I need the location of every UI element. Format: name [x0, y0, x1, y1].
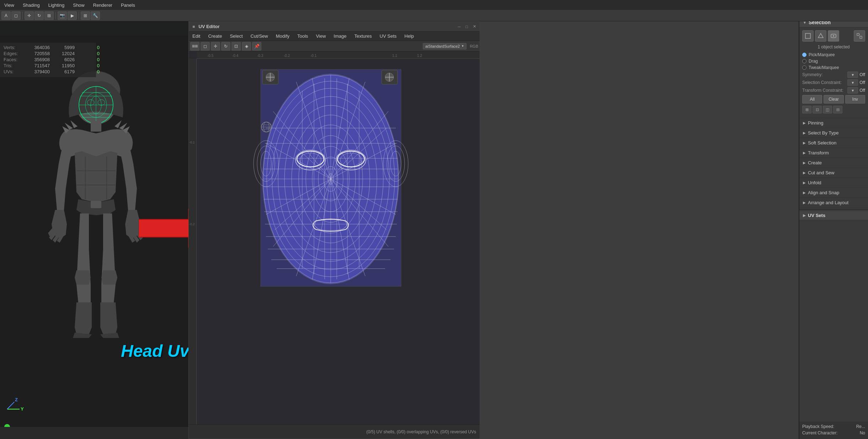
menu-show[interactable]: Show — [71, 2, 86, 9]
select-by-type-header[interactable]: ▶ Select By Type — [799, 128, 868, 138]
selection-action-buttons: All Clear Inv — [802, 95, 865, 104]
rgb-label: RGB — [470, 44, 478, 48]
tweak-marquee-radio[interactable]: Tweak/Marquee — [802, 65, 865, 70]
uv-toolkit-panel: UV Toolkit Options Help ▼ Selection — [799, 0, 868, 439]
all-button[interactable]: All — [802, 95, 822, 104]
svg-text:Z: Z — [15, 397, 18, 402]
toolbar-btn-scale[interactable]: ⊞ — [44, 11, 54, 20]
uv-editor-toolbar: ⊞⊞ ◻ ✛ ↻ ⊡ ◈ 📌 aiStandardSurface2 ▼ RGB — [189, 41, 480, 52]
drag-radio[interactable]: Drag — [802, 59, 865, 64]
unfold-header[interactable]: ▶ Unfold — [799, 178, 868, 187]
uv-menu-select[interactable]: Select — [228, 33, 244, 39]
uv-menu-cutsew[interactable]: Cut/Sew — [249, 33, 270, 39]
selection-constraint-value: ▼ Off — [847, 79, 865, 86]
pick-marquee-radio[interactable]: Pick/Marquee — [802, 52, 865, 57]
arrange-layout-section: ▶ Arrange and Layout — [799, 198, 868, 208]
uv-tool-pin[interactable]: 📌 — [252, 42, 261, 51]
toolbar-btn-grid[interactable]: ⊞ — [81, 11, 90, 20]
uv-layout-btn-2[interactable]: ⊡ — [813, 106, 822, 113]
drag-label: Drag — [809, 59, 818, 64]
uv-menu-tools[interactable]: Tools — [296, 33, 309, 39]
uv-layout-btn-3[interactable]: ◫ — [823, 106, 832, 113]
uv-editor-minimize[interactable]: ─ — [458, 25, 461, 29]
uv-layout-btn-1[interactable]: ⊞ — [802, 106, 811, 113]
pinning-header[interactable]: ▶ Pinning — [799, 118, 868, 128]
uv-menu-modify[interactable]: Modify — [275, 33, 291, 39]
right-panel-divider — [799, 209, 868, 210]
uv-layout-btn-4[interactable]: ⊟ — [833, 106, 842, 113]
toolbar-btn-a[interactable]: A — [1, 11, 11, 20]
transform-arrow-icon: ▶ — [803, 151, 806, 155]
soft-selection-label: Soft Selection — [808, 140, 836, 146]
select-shell-btn[interactable] — [802, 30, 814, 42]
faces-val3: 0 — [75, 57, 100, 62]
align-snap-section: ▶ Align and Snap — [799, 188, 868, 198]
uv-menu-view[interactable]: View — [314, 33, 327, 39]
selection-constraint-dropdown[interactable]: ▼ — [847, 79, 858, 86]
uv-tool-select[interactable]: ◻ — [201, 42, 210, 51]
inv-button[interactable]: Inv — [845, 95, 865, 104]
transform-constraint-value: ▼ Off — [847, 87, 865, 94]
select-object-btn[interactable] — [828, 30, 839, 42]
uv-viewport[interactable]: -0.5 -0.4 -0.3 -0.2 -0.1 1.1 1.2 -0.1 -0… — [189, 52, 480, 424]
faces-val1: 356908 — [25, 57, 50, 62]
uv-editor-title: UV Editor — [198, 24, 219, 29]
uv-menu-help[interactable]: Help — [403, 33, 415, 39]
arrange-layout-header[interactable]: ▶ Arrange and Layout — [799, 198, 868, 207]
tris-val1: 711547 — [25, 63, 50, 68]
create-header[interactable]: ▶ Create — [799, 158, 868, 168]
uv-menu-edit[interactable]: Edit — [191, 33, 202, 39]
symmetry-label: Symmetry: — [802, 72, 822, 77]
material-dropdown[interactable]: aiStandardSurface2 ▼ — [423, 43, 467, 49]
clear-button[interactable]: Clear — [824, 95, 843, 104]
toolbar-btn-move[interactable]: ✛ — [25, 11, 34, 20]
pick-marquee-label: Pick/Marquee — [809, 52, 835, 57]
align-snap-header[interactable]: ▶ Align and Snap — [799, 188, 868, 197]
menu-lighting[interactable]: Lighting — [47, 2, 66, 9]
uv-sets-header[interactable]: ▶ UV Sets — [799, 211, 868, 220]
uv-editor: ■ UV Editor ─ □ ✕ Edit Create Select Cut… — [188, 21, 480, 439]
playback-speed-val: Re... — [856, 424, 865, 429]
transform-constraint-dropdown[interactable]: ▼ — [847, 87, 858, 94]
select-uv-btn[interactable] — [815, 30, 826, 42]
cut-and-sew-label: Cut and Sew — [808, 170, 834, 175]
soft-selection-arrow-icon: ▶ — [803, 141, 806, 145]
toolbar-btn-rotate[interactable]: ↻ — [34, 11, 44, 20]
uv-editor-close[interactable]: ✕ — [473, 24, 476, 29]
uv-menu-textures[interactable]: Textures — [353, 33, 373, 39]
uv-editor-maximize[interactable]: □ — [465, 25, 468, 29]
uv-menu-uvsets[interactable]: UV Sets — [378, 33, 398, 39]
uv-tool-move[interactable]: ✛ — [211, 42, 220, 51]
small-icon-row-1: ⊞ ⊡ ◫ ⊟ — [802, 106, 865, 113]
uv-editor-menubar: Edit Create Select Cut/Sew Modify Tools … — [189, 32, 480, 41]
toolbar-btn-camera[interactable]: 📷 — [58, 11, 67, 20]
uv-tool-rotate[interactable]: ↻ — [221, 42, 230, 51]
menu-panels[interactable]: Panels — [119, 2, 137, 9]
menu-view[interactable]: View — [3, 2, 16, 9]
menu-shading[interactable]: Shading — [21, 2, 41, 9]
select-expand-btn[interactable] — [854, 30, 865, 42]
soft-selection-header[interactable]: ▶ Soft Selection — [799, 138, 868, 148]
edges-val2: 12024 — [50, 51, 75, 56]
uv-menu-create[interactable]: Create — [207, 33, 223, 39]
verts-val1: 364036 — [25, 45, 50, 50]
transform-header[interactable]: ▶ Transform — [799, 148, 868, 158]
uvs-val2: 6179 — [50, 69, 75, 74]
uv-tool-scale[interactable]: ⊡ — [231, 42, 241, 51]
faces-val2: 6026 — [50, 57, 75, 62]
transform-section: ▶ Transform — [799, 148, 868, 158]
toolbar-btn-snap[interactable]: 🔧 — [91, 11, 100, 20]
transform-constraint-row: Transform Constraint: ▼ Off — [802, 87, 865, 94]
viewport-3d[interactable]: Verts: 364036 5999 0 Edges: 720558 12024… — [0, 21, 188, 439]
material-name: aiStandardSurface2 — [425, 44, 460, 48]
menu-renderer[interactable]: Renderer — [92, 2, 114, 9]
edges-val1: 720558 — [25, 51, 50, 56]
uv-menu-image[interactable]: Image — [332, 33, 348, 39]
transform-constraint-label: Transform Constraint: — [802, 88, 843, 93]
toolbar-btn-render[interactable]: ▶ — [68, 11, 77, 20]
toolbar-btn-select[interactable]: ◻ — [11, 11, 21, 20]
cut-and-sew-header[interactable]: ▶ Cut and Sew — [799, 168, 868, 178]
uv-tool-shear[interactable]: ◈ — [242, 42, 251, 51]
uv-tool-checkerboard[interactable]: ⊞⊞ — [190, 42, 199, 51]
symmetry-dropdown[interactable]: ▼ — [847, 72, 858, 78]
